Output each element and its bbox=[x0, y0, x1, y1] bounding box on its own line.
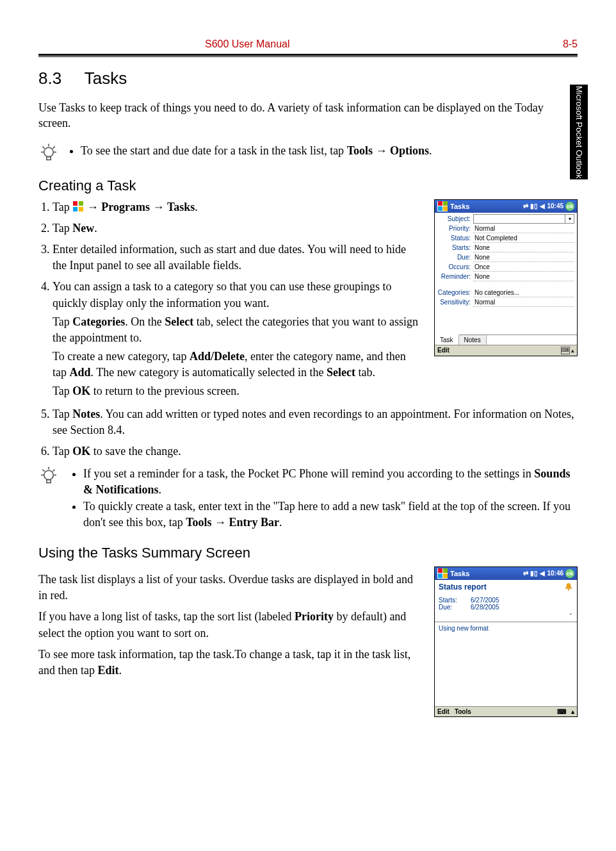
step-1: Tap → Programs → Tasks. bbox=[53, 199, 423, 215]
ppc2-task-header: Status report bbox=[435, 580, 577, 593]
row-priority[interactable]: Priority:Normal bbox=[437, 224, 574, 233]
ppc-screenshot-summary: Tasks ⇄ ▮▯ ◀ 10:46 ok Status report bbox=[434, 566, 578, 717]
step-6: Tap OK to save the change. bbox=[53, 443, 578, 459]
section-number: 8.3 bbox=[38, 69, 61, 88]
lightbulb-icon bbox=[38, 466, 59, 486]
svg-line-17 bbox=[53, 470, 54, 472]
ppc1-titlebar: Tasks ⇄ ▮▯ ◀ 10:45 ok bbox=[435, 200, 577, 213]
svg-rect-10 bbox=[79, 207, 83, 211]
collapse-icon[interactable]: ˆ bbox=[435, 613, 577, 620]
ppc1-menubar: Edit ⌨ ▴ bbox=[435, 345, 577, 356]
summary-p3: To see more task information, tap the ta… bbox=[38, 647, 423, 679]
row-occurs[interactable]: Occurs:Once bbox=[437, 263, 574, 272]
svg-rect-1 bbox=[47, 156, 51, 160]
keyboard-icon[interactable]: ⌨ bbox=[557, 708, 566, 715]
ppc-screenshot-edit: Tasks ⇄ ▮▯ ◀ 10:45 ok Subject: ▾ Priorit… bbox=[434, 199, 578, 356]
tab-task[interactable]: Task bbox=[435, 335, 459, 345]
subheading-creating: Creating a Task bbox=[38, 178, 578, 194]
lightbulb-icon bbox=[38, 143, 59, 163]
speaker-icon: ◀ bbox=[540, 202, 545, 210]
signal-icon: ▮▯ bbox=[530, 202, 538, 210]
ppc2-titlebar: Tasks ⇄ ▮▯ ◀ 10:46 ok bbox=[435, 567, 577, 580]
speaker-icon: ◀ bbox=[540, 570, 545, 577]
tip2-list: If you set a reminder for a task, the Po… bbox=[68, 466, 578, 531]
tab-notes[interactable]: Notes bbox=[459, 335, 487, 345]
step-4-p1: Tap Categories. On the Select tab, selec… bbox=[53, 314, 423, 346]
svg-rect-9 bbox=[73, 207, 77, 211]
note-text: Using new format bbox=[435, 622, 577, 634]
svg-point-11 bbox=[44, 470, 53, 479]
svg-point-0 bbox=[44, 147, 53, 156]
row-starts[interactable]: Starts:None bbox=[437, 244, 574, 252]
section-title-text: Tasks bbox=[85, 69, 127, 88]
signal-icon: ▮▯ bbox=[530, 570, 538, 577]
svg-rect-12 bbox=[47, 480, 51, 483]
tip2-item-2: To quickly create a task, enter text in … bbox=[83, 499, 578, 531]
input-menu-icon[interactable]: ▴ bbox=[571, 347, 574, 354]
steps-list: Tap → Programs → Tasks. Tap New. Enter d… bbox=[38, 199, 423, 400]
ok-button[interactable]: ok bbox=[565, 569, 574, 578]
step-4: You can assign a task to a category so t… bbox=[53, 279, 423, 399]
clock-text: 10:45 bbox=[547, 202, 563, 210]
svg-point-18 bbox=[568, 589, 570, 591]
svg-line-5 bbox=[42, 146, 44, 148]
dropdown-icon[interactable]: ▾ bbox=[565, 215, 574, 223]
subheading-summary: Using the Tasks Summary Screen bbox=[38, 545, 578, 561]
ppc1-tabs: Task Notes bbox=[435, 335, 577, 345]
reminder-bell-icon bbox=[564, 582, 573, 591]
row-due[interactable]: Due:None bbox=[437, 253, 574, 262]
due-label: Due: bbox=[439, 604, 471, 611]
svg-line-16 bbox=[42, 470, 44, 472]
due-value: 6/28/2005 bbox=[471, 604, 499, 611]
row-status[interactable]: Status:Not Completed bbox=[437, 234, 574, 243]
tip1-list: To see the start and due date for a task… bbox=[68, 143, 432, 162]
row-categories[interactable]: Categories:No categories... bbox=[437, 288, 574, 297]
row-subject: Subject: ▾ bbox=[437, 214, 574, 224]
connectivity-icon: ⇄ bbox=[523, 570, 528, 577]
start-icon[interactable] bbox=[437, 568, 448, 579]
svg-rect-8 bbox=[79, 201, 83, 206]
row-sensitivity[interactable]: Sensitivity:Normal bbox=[437, 298, 574, 307]
page-number: 8-5 bbox=[563, 38, 578, 50]
tip1-item: To see the start and due date for a task… bbox=[81, 143, 432, 158]
task-name: Status report bbox=[439, 582, 564, 591]
ppc1-form: Subject: ▾ Priority:Normal Status:Not Co… bbox=[435, 213, 577, 335]
ppc2-menubar: Edit Tools ⌨ ▴ bbox=[435, 706, 577, 716]
connectivity-icon: ⇄ bbox=[523, 202, 528, 210]
summary-p1: The task list displays a list of your ta… bbox=[38, 572, 423, 604]
step-2: Tap New. bbox=[53, 220, 423, 236]
ppc1-title: Tasks bbox=[450, 202, 521, 210]
step-4-p3: Tap OK to return to the previous screen. bbox=[53, 383, 423, 399]
svg-rect-7 bbox=[73, 201, 77, 206]
row-reminder[interactable]: Reminder:None bbox=[437, 272, 574, 281]
ppc2-title: Tasks bbox=[450, 570, 521, 577]
tip2-item-1: If you set a reminder for a task, the Po… bbox=[83, 466, 578, 498]
clock-text: 10:46 bbox=[547, 570, 563, 577]
keyboard-icon[interactable]: ⌨ bbox=[561, 347, 570, 354]
start-icon[interactable] bbox=[437, 201, 448, 211]
label-subject: Subject: bbox=[437, 215, 473, 222]
header-rule bbox=[38, 54, 578, 57]
step-4-p2: To create a new category, tap Add/Delete… bbox=[53, 349, 423, 381]
ppc2-dates: Starts:6/27/2005 Due:6/28/2005 bbox=[435, 593, 577, 613]
tip-block-1: To see the start and due date for a task… bbox=[38, 143, 578, 163]
start-icon bbox=[72, 201, 84, 212]
input-menu-icon[interactable]: ▴ bbox=[571, 708, 574, 715]
menu-edit[interactable]: Edit bbox=[437, 708, 450, 715]
ok-button[interactable]: ok bbox=[565, 202, 574, 211]
starts-label: Starts: bbox=[439, 597, 471, 604]
ppc1-status-icons: ⇄ ▮▯ ◀ 10:45 ok bbox=[523, 202, 574, 211]
menu-tools[interactable]: Tools bbox=[455, 708, 471, 715]
svg-line-6 bbox=[53, 146, 54, 148]
starts-value: 6/27/2005 bbox=[471, 597, 499, 604]
step-3: Enter detailed information, such as star… bbox=[53, 242, 423, 274]
section-heading: 8.3 Tasks bbox=[38, 69, 578, 88]
subject-input[interactable]: ▾ bbox=[473, 214, 574, 224]
tip-block-2: If you set a reminder for a task, the Po… bbox=[38, 466, 578, 531]
ppc2-status-icons: ⇄ ▮▯ ◀ 10:46 ok bbox=[523, 569, 574, 578]
step-5: Tap Notes. You can add written or typed … bbox=[53, 406, 578, 438]
side-tab: Microsoft Pocket Outlook bbox=[570, 85, 588, 179]
page-header: S600 User Manual 8-5 bbox=[38, 38, 578, 54]
menu-edit[interactable]: Edit bbox=[437, 347, 450, 354]
header-title: S600 User Manual bbox=[205, 38, 290, 50]
